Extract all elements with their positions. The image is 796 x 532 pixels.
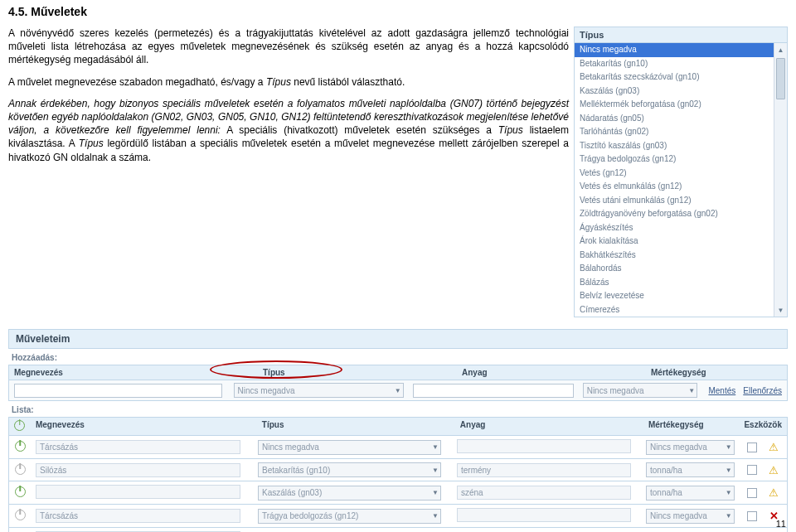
power-icon[interactable] xyxy=(15,486,26,497)
col-tipus: Típus xyxy=(258,365,457,380)
checkbox[interactable] xyxy=(747,465,757,475)
table-row: SilózásBetakarítás (gn10)▼terménytonna/h… xyxy=(8,459,788,481)
tipus-option[interactable]: Árok kialakítása xyxy=(575,235,787,249)
col-eszkozok: Eszközök xyxy=(739,418,787,435)
add-header-row: Megnevezés Típus Anyag Mértékegység xyxy=(8,365,788,380)
tipus-option[interactable]: Tisztító kaszálás (gn03) xyxy=(575,139,787,153)
row-mertekegyseg-select[interactable]: Nincs megadva▼ xyxy=(646,509,735,524)
col-anyag: Anyag xyxy=(455,418,643,435)
paragraph-1: A növényvédő szeres kezelés (permetezés)… xyxy=(8,27,569,67)
row-tipus-select[interactable]: Trágya bedolgozás (gn12)▼ xyxy=(258,509,441,524)
chevron-down-icon: ▼ xyxy=(432,467,439,474)
scroll-thumb[interactable] xyxy=(776,58,785,99)
row-anyag[interactable] xyxy=(457,508,631,522)
tipus-panel-header: Típus xyxy=(574,27,788,43)
tipus-option[interactable]: Bálahordás xyxy=(575,262,787,276)
chevron-down-icon: ▼ xyxy=(432,443,439,451)
col-mertekegyseg: Mértékegység xyxy=(643,418,740,435)
tipus-option[interactable]: Nincs megadva xyxy=(575,43,787,57)
tipus-option[interactable]: Betakarítás szecskázóval (gn10) xyxy=(575,70,787,85)
emph-tipus: Típus xyxy=(266,76,291,88)
chevron-down-icon: ▼ xyxy=(726,512,732,520)
tipus-option[interactable]: Vetés utáni elmunkálás (gn12) xyxy=(575,194,787,208)
tipus-option[interactable]: Betakarítás (gn10) xyxy=(575,57,787,71)
list-header-row: Megnevezés Típus Anyag Mértékegység Eszk… xyxy=(8,417,788,436)
lower-panel: Műveleteim Hozzáadás: Megnevezés Típus A… xyxy=(8,329,788,532)
table-row: TárcsázásNincs megadva▼Nincs megadva▼⚠ xyxy=(8,436,788,459)
col-anyag: Anyag xyxy=(457,365,646,380)
row-mertekegyseg-select[interactable]: tonna/ha▼ xyxy=(646,486,735,501)
body-text: A növényvédő szeres kezelés (permetezés)… xyxy=(8,27,569,172)
paragraph-2: A művelet megnevezése szabadon megadható… xyxy=(8,75,569,89)
table-row: Kaszálás (gn03)▼szénatonna/ha▼⚠ xyxy=(8,481,788,505)
row-tipus-select[interactable]: Nincs megadva▼ xyxy=(258,440,441,455)
tipus-panel-body: Nincs megadvaBetakarítás (gn10)Betakarít… xyxy=(574,43,788,317)
add-anyag-input[interactable] xyxy=(413,384,575,398)
row-anyag[interactable]: termény xyxy=(457,463,631,477)
tipus-panel: Típus Nincs megadvaBetakarítás (gn10)Bet… xyxy=(574,27,788,317)
row-megnevezes[interactable] xyxy=(36,485,240,499)
scroll-up-icon[interactable]: ▲ xyxy=(774,43,787,56)
tipus-option[interactable]: Zöldtrágyanövény beforgatása (gn02) xyxy=(575,207,787,221)
col-mertekegyseg: Mértékegység xyxy=(646,365,787,380)
tipus-option[interactable]: Vetés és elmunkálás (gn12) xyxy=(575,180,787,194)
warning-icon[interactable]: ⚠ xyxy=(769,464,779,476)
power-icon[interactable] xyxy=(15,441,26,452)
row-tipus-select[interactable]: Kaszálás (gn03)▼ xyxy=(258,486,441,501)
chevron-down-icon: ▼ xyxy=(432,512,439,520)
add-megnevezes-input[interactable] xyxy=(14,384,222,398)
tipus-option[interactable]: Vetés (gn12) xyxy=(575,167,787,181)
save-button[interactable]: Mentés xyxy=(708,386,735,395)
table-row: TárcsázásTrágya bedolgozás (gn12)▼Nincs … xyxy=(8,505,788,528)
col-megnevezes: Megnevezés xyxy=(9,365,258,380)
chevron-down-icon: ▼ xyxy=(726,489,732,496)
tipus-list[interactable]: Nincs megadvaBetakarítás (gn10)Betakarít… xyxy=(575,43,787,317)
checkbox[interactable] xyxy=(747,511,757,521)
add-label: Hozzáadás: xyxy=(8,349,788,365)
scroll-down-icon[interactable]: ▼ xyxy=(774,303,787,317)
tipus-option[interactable]: Kaszálás (gn03) xyxy=(575,85,787,99)
emph-tipus: Típus xyxy=(79,138,104,149)
chevron-down-icon: ▼ xyxy=(726,467,732,474)
scrollbar[interactable]: ▲ ▼ xyxy=(774,43,787,317)
add-tipus-select[interactable]: Nincs megadva ▼ xyxy=(234,383,404,398)
section-title: 4.5. Műveletek xyxy=(8,5,788,18)
col-power xyxy=(9,418,31,435)
power-icon[interactable] xyxy=(15,510,26,520)
text: A művelet megnevezése szabadon megadható… xyxy=(8,76,266,88)
tipus-option[interactable]: Melléktermék beforgatása (gn02) xyxy=(575,98,787,112)
check-button[interactable]: Ellenőrzés xyxy=(743,386,782,395)
row-megnevezes[interactable]: Tárcsázás xyxy=(36,509,240,523)
chevron-down-icon: ▼ xyxy=(432,489,439,496)
row-mertekegyseg-select[interactable]: tonna/ha▼ xyxy=(646,462,735,477)
text: A speciális (hivatkozott) műveletek eset… xyxy=(221,124,498,136)
add-mertekegyseg-select[interactable]: Nincs megadva ▼ xyxy=(583,383,697,398)
col-tipus-label: Típus xyxy=(263,368,285,377)
tipus-option[interactable]: Bálázás xyxy=(575,276,787,290)
row-anyag[interactable] xyxy=(457,439,631,453)
chevron-down-icon: ▼ xyxy=(395,387,401,394)
tipus-option[interactable]: Nádaratás (gn05) xyxy=(575,112,787,126)
tipus-option[interactable]: Címerezés xyxy=(575,303,787,317)
list-rows: TárcsázásNincs megadva▼Nincs megadva▼⚠Si… xyxy=(8,436,788,532)
row-megnevezes[interactable]: Silózás xyxy=(36,463,240,477)
tipus-option[interactable]: Belvíz levezetése xyxy=(575,289,787,303)
row-anyag[interactable]: széna xyxy=(457,486,631,500)
tipus-option[interactable]: Tarlóhántás (gn02) xyxy=(575,125,787,139)
checkbox[interactable] xyxy=(747,488,757,498)
tipus-option[interactable]: Trágya bedolgozás (gn12) xyxy=(575,152,787,167)
warning-icon[interactable]: ⚠ xyxy=(769,441,779,453)
row-megnevezes[interactable]: Tárcsázás xyxy=(36,440,240,454)
row-tipus-select[interactable]: Betakarítás (gn10)▼ xyxy=(258,462,441,477)
row-mertekegyseg-select[interactable]: Nincs megadva▼ xyxy=(646,440,735,455)
checkbox[interactable] xyxy=(747,443,757,452)
power-icon[interactable] xyxy=(14,420,25,431)
text: nevű listából választható. xyxy=(291,76,405,88)
paragraph-3: Annak érdekében, hogy bizonyos speciális… xyxy=(8,97,569,164)
tipus-option[interactable]: Bakhátkészítés xyxy=(575,249,787,263)
emph-tipus: Típus xyxy=(498,124,523,136)
chevron-down-icon: ▼ xyxy=(726,443,732,451)
tipus-option[interactable]: Ágyáskészítés xyxy=(575,221,787,235)
warning-icon[interactable]: ⚠ xyxy=(769,486,779,499)
power-icon[interactable] xyxy=(15,464,26,475)
